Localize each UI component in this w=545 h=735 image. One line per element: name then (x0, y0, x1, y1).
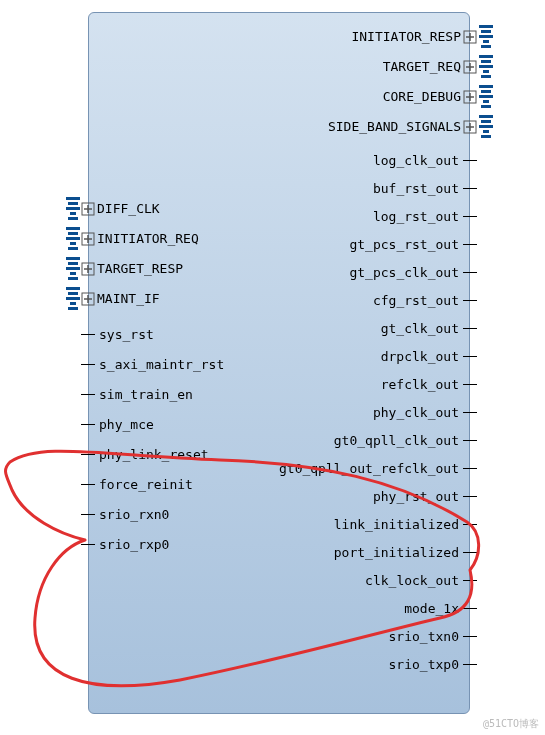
watermark: @51CTO博客 (483, 717, 539, 731)
wire-stub (81, 424, 95, 425)
port-core_debug[interactable]: CORE_DEBUG (383, 89, 477, 104)
wire-stub (463, 272, 477, 273)
bus-hatch-icon (66, 197, 80, 220)
bus-hatch-icon (479, 55, 493, 78)
port-initiator_req[interactable]: INITIATOR_REQ (81, 231, 199, 246)
port-label: buf_rst_out (373, 181, 459, 196)
port-label: gt0_qpll_out_refclk_out (279, 461, 459, 476)
port-label: INITIATOR_REQ (97, 231, 199, 246)
port-srio_txn0[interactable]: srio_txn0 (389, 629, 477, 644)
port-phy_link_reset[interactable]: phy_link_reset (81, 447, 209, 462)
port-sys_rst[interactable]: sys_rst (81, 327, 154, 342)
port-label: srio_rxn0 (99, 507, 169, 522)
port-label: SIDE_BAND_SIGNALS (328, 119, 461, 134)
port-label: srio_rxp0 (99, 537, 169, 552)
port-label: link_initialized (334, 517, 459, 532)
port-s_axi_maintr_rst[interactable]: s_axi_maintr_rst (81, 357, 224, 372)
port-phy_clk_out[interactable]: phy_clk_out (373, 405, 477, 420)
port-label: mode_1x (404, 601, 459, 616)
port-label: force_reinit (99, 477, 193, 492)
wire-stub (463, 244, 477, 245)
wire-stub (81, 514, 95, 515)
port-gt0_qpll_clk_out[interactable]: gt0_qpll_clk_out (334, 433, 477, 448)
port-srio_rxn0[interactable]: srio_rxn0 (81, 507, 169, 522)
port-diff_clk[interactable]: DIFF_CLK (81, 201, 160, 216)
wire-stub (463, 636, 477, 637)
wire-stub (463, 580, 477, 581)
port-phy_rst_out[interactable]: phy_rst_out (373, 489, 477, 504)
bus-hatch-icon (479, 115, 493, 138)
wire-stub (463, 328, 477, 329)
port-target_req[interactable]: TARGET_REQ (383, 59, 477, 74)
port-phy_mce[interactable]: phy_mce (81, 417, 154, 432)
port-label: gt_pcs_clk_out (349, 265, 459, 280)
port-label: INITIATOR_RESP (351, 29, 461, 44)
port-label: gt_clk_out (381, 321, 459, 336)
port-force_reinit[interactable]: force_reinit (81, 477, 193, 492)
port-label: MAINT_IF (97, 291, 160, 306)
port-label: gt0_qpll_clk_out (334, 433, 459, 448)
bus-hatch-icon (66, 287, 80, 310)
port-label: drpclk_out (381, 349, 459, 364)
wire-stub (463, 160, 477, 161)
wire-stub (81, 364, 95, 365)
port-log_rst_out[interactable]: log_rst_out (373, 209, 477, 224)
wire-stub (463, 608, 477, 609)
port-gt0_qpll_out_refclk_out[interactable]: gt0_qpll_out_refclk_out (279, 461, 477, 476)
plus-icon (463, 120, 477, 134)
wire-stub (463, 552, 477, 553)
port-label: phy_clk_out (373, 405, 459, 420)
port-srio_txp0[interactable]: srio_txp0 (389, 657, 477, 672)
port-label: phy_mce (99, 417, 154, 432)
port-label: cfg_rst_out (373, 293, 459, 308)
port-label: port_initialized (334, 545, 459, 560)
wire-stub (463, 524, 477, 525)
wire-stub (463, 216, 477, 217)
port-log_clk_out[interactable]: log_clk_out (373, 153, 477, 168)
wire-stub (81, 544, 95, 545)
wire-stub (463, 188, 477, 189)
port-clk_lock_out[interactable]: clk_lock_out (365, 573, 477, 588)
wire-stub (463, 664, 477, 665)
port-label: sys_rst (99, 327, 154, 342)
port-drpclk_out[interactable]: drpclk_out (381, 349, 477, 364)
port-label: TARGET_REQ (383, 59, 461, 74)
bus-hatch-icon (66, 227, 80, 250)
port-port_initialized[interactable]: port_initialized (334, 545, 477, 560)
port-label: sim_train_en (99, 387, 193, 402)
port-side_band_signals[interactable]: SIDE_BAND_SIGNALS (328, 119, 477, 134)
wire-stub (463, 496, 477, 497)
port-maint_if[interactable]: MAINT_IF (81, 291, 160, 306)
wire-stub (463, 412, 477, 413)
port-target_resp[interactable]: TARGET_RESP (81, 261, 183, 276)
wire-stub (463, 356, 477, 357)
port-label: log_rst_out (373, 209, 459, 224)
port-label: refclk_out (381, 377, 459, 392)
port-label: phy_link_reset (99, 447, 209, 462)
port-gt_pcs_clk_out[interactable]: gt_pcs_clk_out (349, 265, 477, 280)
port-label: DIFF_CLK (97, 201, 160, 216)
port-srio_rxp0[interactable]: srio_rxp0 (81, 537, 169, 552)
wire-stub (81, 394, 95, 395)
bus-hatch-icon (66, 257, 80, 280)
port-mode_1x[interactable]: mode_1x (404, 601, 477, 616)
port-buf_rst_out[interactable]: buf_rst_out (373, 181, 477, 196)
wire-stub (81, 454, 95, 455)
port-label: s_axi_maintr_rst (99, 357, 224, 372)
port-sim_train_en[interactable]: sim_train_en (81, 387, 193, 402)
port-gt_pcs_rst_out[interactable]: gt_pcs_rst_out (349, 237, 477, 252)
wire-stub (81, 484, 95, 485)
port-link_initialized[interactable]: link_initialized (334, 517, 477, 532)
wire-stub (463, 440, 477, 441)
ip-block-symbol: DIFF_CLKINITIATOR_REQTARGET_RESPMAINT_IF… (88, 12, 470, 714)
port-label: srio_txn0 (389, 629, 459, 644)
port-cfg_rst_out[interactable]: cfg_rst_out (373, 293, 477, 308)
port-initiator_resp[interactable]: INITIATOR_RESP (351, 29, 477, 44)
plus-icon (81, 292, 95, 306)
plus-icon (81, 232, 95, 246)
wire-stub (463, 300, 477, 301)
port-refclk_out[interactable]: refclk_out (381, 377, 477, 392)
wire-stub (463, 468, 477, 469)
port-gt_clk_out[interactable]: gt_clk_out (381, 321, 477, 336)
port-label: srio_txp0 (389, 657, 459, 672)
